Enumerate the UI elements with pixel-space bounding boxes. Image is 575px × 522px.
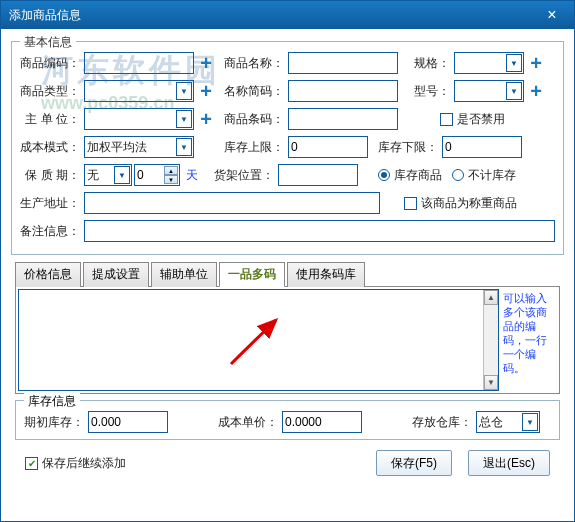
close-icon[interactable]: × [538,1,566,29]
lower-label: 库存下限： [376,139,438,156]
unit-select[interactable]: ▼ [84,108,194,130]
type-plus-icon[interactable]: + [198,83,214,99]
prodaddr-input[interactable] [84,192,380,214]
remark-input[interactable] [84,220,555,242]
unit-plus-icon[interactable]: + [198,111,214,127]
remark-label: 备注信息： [20,223,80,240]
lower-input[interactable] [442,136,522,158]
multicode-hint: 可以输入多个该商品的编码，一行一个编码。 [501,287,559,393]
chevron-down-icon: ▼ [114,166,130,184]
window-title: 添加商品信息 [9,7,81,24]
model-select[interactable]: ▼ [454,80,524,102]
warehouse-label: 存放仓库： [402,414,472,431]
scroll-down-icon[interactable]: ▼ [484,375,498,390]
tab-barcodelib[interactable]: 使用条码库 [287,262,365,287]
upper-input[interactable] [288,136,368,158]
spec-select[interactable]: ▼ [454,52,524,74]
shelflife-spinner[interactable]: 0 ▲▼ [134,164,180,186]
tab-multicode[interactable]: 一品多码 [219,262,285,287]
barcode-label: 商品条码： [222,111,284,128]
basic-legend: 基本信息 [20,34,76,51]
scroll-up-icon[interactable]: ▲ [484,290,498,305]
code-label: 商品编码： [20,55,80,72]
shelflife-select[interactable]: 无▼ [84,164,132,186]
costprice-input[interactable] [282,411,362,433]
initstock-input[interactable] [88,411,168,433]
shelfpos-input[interactable] [278,164,358,186]
radio-icon [378,169,390,181]
spin-down-icon[interactable]: ▼ [164,175,178,184]
radio-nostock[interactable]: 不计库存 [452,167,516,184]
tab-commission[interactable]: 提成设置 [83,262,149,287]
checkbox-icon [440,113,453,126]
tab-panel: ▲ ▼ 可以输入多个该商品的编码，一行一个编码。 [15,286,560,394]
radio-stock[interactable]: 库存商品 [378,167,442,184]
prodaddr-label: 生产地址： [20,195,80,212]
shelflife-unit: 天 [186,167,198,184]
abbr-input[interactable] [288,80,398,102]
barcode-input[interactable] [288,108,398,130]
model-label: 型号： [406,83,450,100]
warehouse-select[interactable]: 总仓▼ [476,411,540,433]
weigh-checkbox[interactable]: 该商品为称重商品 [404,195,517,212]
shelfpos-label: 货架位置： [212,167,274,184]
tab-auxunit[interactable]: 辅助单位 [151,262,217,287]
name-input[interactable] [288,52,398,74]
name-label: 商品名称： [222,55,284,72]
spec-plus-icon[interactable]: + [528,55,544,71]
costmode-select[interactable]: 加权平均法▼ [84,136,194,158]
tabs: 价格信息 提成设置 辅助单位 一品多码 使用条码库 [11,261,564,286]
code-plus-icon[interactable]: + [198,55,214,71]
model-plus-icon[interactable]: + [528,83,544,99]
stock-info-group: 库存信息 期初库存： 成本单价： 存放仓库： 总仓▼ [15,400,560,440]
checkbox-icon [404,197,417,210]
multicode-textarea[interactable]: ▲ ▼ [18,289,499,391]
stock-legend: 库存信息 [24,393,80,410]
type-label: 商品类型： [20,83,80,100]
titlebar: 添加商品信息 × [1,1,574,29]
chevron-down-icon: ▼ [176,82,192,100]
costmode-label: 成本模式： [20,139,80,156]
unit-label: 主 单 位： [20,111,80,128]
abbr-label: 名称简码： [222,83,284,100]
radio-icon [452,169,464,181]
shelflife-label: 保 质 期： [20,167,80,184]
chevron-down-icon: ▼ [176,138,192,156]
costprice-label: 成本单价： [208,414,278,431]
spec-label: 规格： [406,55,450,72]
chevron-down-icon: ▼ [506,54,522,72]
chevron-down-icon: ▼ [522,413,538,431]
disable-checkbox[interactable]: 是否禁用 [440,111,505,128]
save-button[interactable]: 保存(F5) [376,450,452,476]
chevron-down-icon: ▼ [506,82,522,100]
chevron-down-icon: ▼ [176,110,192,128]
spin-up-icon[interactable]: ▲ [164,166,178,175]
scrollbar[interactable]: ▲ ▼ [483,290,498,390]
initstock-label: 期初库存： [24,414,84,431]
code-input[interactable] [84,52,194,74]
upper-label: 库存上限： [222,139,284,156]
exit-button[interactable]: 退出(Esc) [468,450,550,476]
type-select[interactable]: ▼ [84,80,194,102]
continue-checkbox[interactable]: ✔ 保存后继续添加 [25,455,126,472]
tab-price[interactable]: 价格信息 [15,262,81,287]
basic-info-group: 基本信息 商品编码： + 商品名称： 规格： ▼ + 商品类型： ▼ + 名称简… [11,41,564,255]
checkbox-icon: ✔ [25,457,38,470]
